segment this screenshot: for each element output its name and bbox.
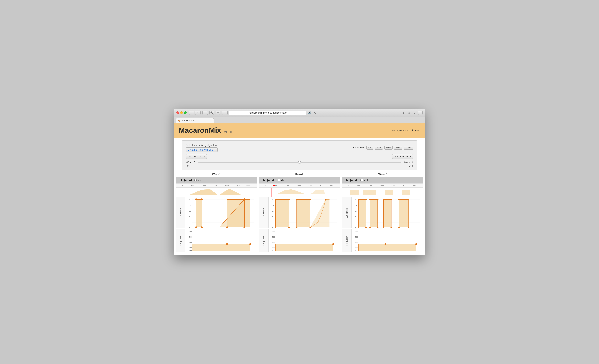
- wave2-timeline-svg: 0 500 1000 1500 2000 2500 3000: [348, 184, 421, 187]
- wave1-play[interactable]: ▶: [184, 178, 187, 182]
- svg-text:0.6: 0.6: [189, 210, 191, 212]
- algo-select-wrap: Dynamic Time Warping: [186, 147, 218, 152]
- svg-rect-0: [204, 112, 206, 112]
- mixer-row: Wave 1 Wave 2: [186, 161, 413, 164]
- wave2-freq-chart: 500 400 300 200 100: [352, 229, 423, 252]
- add-tab-button[interactable]: +: [418, 111, 423, 115]
- algo-left: Select your mixing algorithm: Dynamic Ti…: [186, 143, 218, 152]
- quick-mix-50[interactable]: 50%: [384, 146, 393, 150]
- svg-text:1500: 1500: [214, 185, 218, 187]
- load-waveform1-button[interactable]: load waveform 1: [186, 154, 207, 159]
- svg-text:3000: 3000: [329, 185, 333, 187]
- svg-marker-100: [351, 189, 410, 195]
- svg-text:1000: 1000: [369, 185, 372, 187]
- user-agreement-link[interactable]: User Agreement: [390, 129, 409, 132]
- wave2-skip-fwd[interactable]: ⏭: [355, 178, 358, 182]
- active-tab[interactable]: 🍪 MacaronMix ✕: [176, 118, 214, 123]
- svg-text:0.8: 0.8: [355, 204, 358, 206]
- svg-point-123: [365, 199, 367, 200]
- svg-text:3000: 3000: [246, 185, 250, 187]
- back-button[interactable]: ‹: [189, 111, 194, 115]
- svg-text:0: 0: [355, 226, 356, 228]
- svg-rect-142: [359, 244, 416, 251]
- reader-button[interactable]: [216, 111, 220, 115]
- save-button[interactable]: ⬇ Save: [412, 129, 420, 132]
- wave2-amp-label: Amplitude: [346, 208, 348, 218]
- forward-button[interactable]: ›: [195, 111, 201, 115]
- result-freq-svg: 500 400 300 200 100: [269, 229, 340, 252]
- result-play[interactable]: ▶: [267, 178, 270, 182]
- svg-text:200: 200: [272, 247, 275, 249]
- result-freq-chart: 500 400 300 200 100: [269, 229, 340, 252]
- tab-close-icon[interactable]: ✕: [210, 119, 212, 122]
- result-amp-label: Amplitude: [263, 208, 265, 218]
- wave1-mute-label: Mute: [197, 179, 203, 182]
- minimize-button[interactable]: [180, 111, 183, 114]
- svg-point-124: [365, 227, 367, 228]
- wave2-label: Wave 2: [404, 161, 413, 164]
- svg-text:300: 300: [355, 242, 358, 244]
- svg-text:0.4: 0.4: [272, 216, 274, 218]
- svg-point-125: [369, 227, 371, 228]
- wave1-panel: Wave1 ⏮ ▶ ⏭ Mute 0 500 1000: [176, 173, 257, 252]
- wave2-play[interactable]: ▶: [351, 178, 353, 182]
- svg-text:500: 500: [357, 185, 360, 187]
- quick-mix-25[interactable]: 25%: [375, 146, 383, 150]
- audio-icon: 🔊: [308, 111, 312, 115]
- svg-point-32: [201, 198, 203, 200]
- reload-button[interactable]: ↻: [313, 111, 317, 115]
- mix-slider[interactable]: [198, 162, 401, 162]
- wave1-mute-checkbox[interactable]: [194, 179, 197, 181]
- wave2-skip-back[interactable]: ⏮: [345, 178, 348, 182]
- svg-text:500: 500: [191, 185, 194, 187]
- result-mute-checkbox[interactable]: [278, 179, 280, 181]
- svg-marker-71: [310, 199, 329, 227]
- result-skip-fwd[interactable]: ⏭: [272, 178, 275, 182]
- svg-text:0: 0: [348, 185, 349, 187]
- quick-mix-75[interactable]: 75%: [394, 146, 402, 150]
- result-freq-yaxis: Frequency: [259, 229, 269, 252]
- quick-mix-0[interactable]: 0%: [366, 146, 373, 150]
- result-freq-label: Frequency: [263, 236, 265, 246]
- wave2-freq-label: Frequency: [346, 236, 348, 246]
- wave1-preview-svg: [176, 188, 257, 197]
- wave1-skip-fwd[interactable]: ⏭: [189, 178, 192, 182]
- wave2-amp-chart: 1 0.8 0.6 0.4 0.2 0: [352, 197, 423, 228]
- wave1-timeline: 0 500 1000 1500 2000 2500 3000: [176, 183, 257, 188]
- wave1-amp-area: Amplitude 1 0.8 0.6 0.4 0.2 0: [176, 197, 257, 229]
- svg-marker-15: [189, 188, 242, 195]
- new-tab-icon: ⧉: [413, 111, 416, 115]
- url-text: hapticdesign.github.io/macaronmix/#: [249, 111, 287, 114]
- svg-point-82: [325, 199, 326, 200]
- extensions-button[interactable]: [209, 111, 214, 115]
- result-skip-back[interactable]: ⏮: [262, 178, 265, 182]
- url-bar[interactable]: hapticdesign.github.io/macaronmix/#: [229, 111, 306, 115]
- wave2-mute-checkbox[interactable]: [361, 179, 363, 181]
- svg-rect-1: [204, 113, 206, 113]
- wave2-player-bar: ⏮ ▶ ⏭ Mute: [342, 177, 423, 183]
- quick-mix-100[interactable]: 100%: [404, 146, 413, 150]
- algo-select[interactable]: Dynamic Time Warping: [186, 147, 218, 152]
- more-button[interactable]: ···: [222, 111, 228, 115]
- wave2-freq-area: Frequency 500 400 300 200 100: [342, 229, 423, 252]
- svg-point-135: [408, 199, 409, 200]
- svg-marker-116: [399, 199, 409, 227]
- quick-mix-label: Quick Mix:: [353, 146, 365, 149]
- svg-text:2500: 2500: [402, 185, 406, 187]
- svg-marker-115: [384, 199, 391, 227]
- load-waveform2-button[interactable]: load waveform 2: [392, 154, 413, 159]
- result-timeline: 0 500 1000 1500 2000 2500 3000: [259, 183, 340, 188]
- algo-row: Select your mixing algorithm: Dynamic Ti…: [186, 143, 413, 152]
- svg-text:1: 1: [189, 199, 190, 201]
- svg-text:0.2: 0.2: [355, 222, 358, 224]
- close-button[interactable]: [176, 111, 179, 114]
- svg-point-91: [332, 243, 334, 245]
- wave1-freq-svg: 500 400 300 200 100: [185, 229, 257, 252]
- svg-text:500: 500: [189, 230, 192, 232]
- percent-row: 50% 50%: [186, 165, 413, 168]
- svg-point-131: [391, 199, 392, 200]
- sidebar-button[interactable]: [203, 111, 208, 115]
- wave1-skip-back[interactable]: ⏮: [179, 178, 182, 182]
- svg-text:500: 500: [355, 230, 358, 232]
- maximize-button[interactable]: [184, 111, 187, 114]
